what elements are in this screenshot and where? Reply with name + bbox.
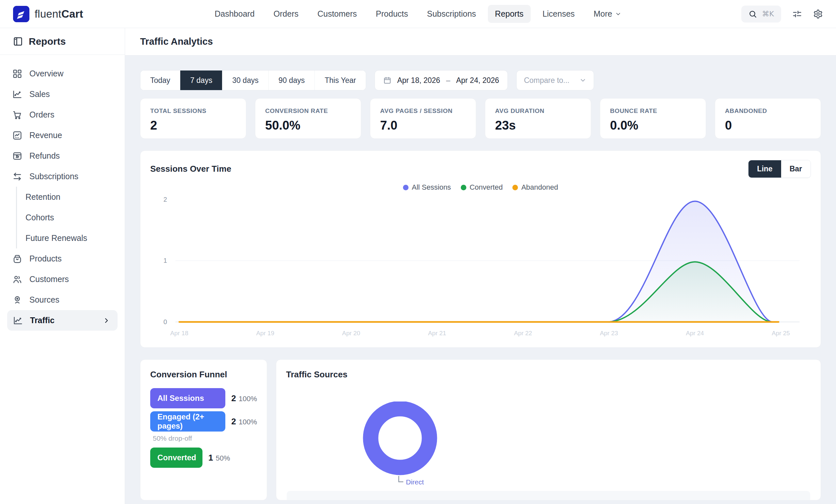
- stat-value: 2: [150, 118, 236, 133]
- stat-card-avg-pages: AVG PAGES / SESSION 7.0: [370, 98, 476, 139]
- sidebar-item-cohorts[interactable]: Cohorts: [17, 207, 125, 228]
- fluentcart-logo-icon: [13, 6, 30, 22]
- range-90days-button[interactable]: 90 days: [269, 71, 315, 90]
- chart-view-toggle: Line Bar: [748, 160, 811, 178]
- date-range-picker[interactable]: Apr 18, 2026 – Apr 24, 2026: [375, 70, 508, 91]
- traffic-sources-card: Traffic Sources Direct: [276, 360, 821, 500]
- nav-customers[interactable]: Customers: [310, 5, 364, 23]
- nav-subscriptions[interactable]: Subscriptions: [420, 5, 483, 23]
- range-today-button[interactable]: Today: [140, 71, 180, 90]
- stat-card-total-sessions: TOTAL SESSIONS 2: [140, 98, 246, 139]
- sidebar-item-label: Customers: [30, 274, 69, 284]
- filters-button[interactable]: [792, 9, 802, 19]
- sidebar-item-overview[interactable]: Overview: [0, 63, 125, 84]
- content-area: Today 7 days 30 days 90 days This Year A…: [125, 56, 836, 504]
- page-title: Traffic Analytics: [140, 36, 213, 47]
- funnel-bar: All Sessions: [150, 388, 225, 408]
- search-button[interactable]: ⌘K: [741, 5, 781, 22]
- stat-label: CONVERSION RATE: [265, 108, 351, 115]
- legend-dot: [512, 185, 518, 190]
- sidebar-item-future-renewals[interactable]: Future Renewals: [17, 228, 125, 248]
- svg-text:Apr 19: Apr 19: [256, 330, 274, 336]
- sidebar-item-revenue[interactable]: Revenue: [0, 125, 125, 146]
- legend-dot: [403, 185, 408, 190]
- svg-text:Apr 25: Apr 25: [772, 330, 790, 336]
- cart-icon: [13, 110, 22, 120]
- svg-text:0: 0: [163, 318, 167, 326]
- line-view-button[interactable]: Line: [748, 160, 781, 178]
- traffic-chart-icon: [13, 316, 23, 326]
- conversion-funnel-card: Conversion Funnel All Sessions 2100% Eng…: [140, 360, 267, 500]
- users-icon: [13, 274, 22, 284]
- nav-dashboard[interactable]: Dashboard: [207, 5, 262, 23]
- svg-text:1: 1: [163, 257, 167, 264]
- bottom-row: Conversion Funnel All Sessions 2100% Eng…: [140, 360, 821, 500]
- sessions-line-chart[interactable]: 2 1 0 Apr 18 Apr 19 Apr 20 Apr 21 Apr 22…: [150, 193, 811, 340]
- range-7days-button[interactable]: 7 days: [180, 71, 222, 90]
- sidebar-item-label: Sales: [30, 90, 50, 99]
- legend-abandoned[interactable]: Abandoned: [512, 183, 558, 192]
- repeat-icon: [13, 172, 22, 181]
- nav-products[interactable]: Products: [369, 5, 415, 23]
- stat-card-bounce-rate: BOUNCE RATE 0.0%: [600, 98, 706, 139]
- map-pin-icon: [13, 295, 22, 305]
- chart-line-icon: [13, 90, 22, 99]
- sidebar-item-refunds[interactable]: Refunds: [0, 146, 125, 166]
- sidebar-item-retention[interactable]: Retention: [17, 187, 125, 207]
- date-range-segmented: Today 7 days 30 days 90 days This Year: [140, 70, 366, 91]
- sidebar-item-customers[interactable]: Customers: [0, 269, 125, 290]
- date-start: Apr 18, 2026: [397, 76, 440, 85]
- stat-card-conversion-rate: CONVERSION RATE 50.0%: [255, 98, 361, 139]
- funnel-count: 1: [208, 453, 213, 463]
- sources-table-header-stub: [287, 491, 810, 500]
- legend-converted[interactable]: Converted: [461, 183, 503, 192]
- funnel-step-all-sessions[interactable]: All Sessions 2100%: [150, 388, 257, 408]
- legend-all-sessions[interactable]: All Sessions: [403, 183, 451, 192]
- refund-icon: [13, 151, 22, 161]
- sidebar-item-orders[interactable]: Orders: [0, 104, 125, 125]
- stat-label: AVG DURATION: [495, 108, 581, 115]
- funnel-title: Conversion Funnel: [150, 369, 227, 379]
- funnel-bar: Converted: [150, 447, 203, 468]
- stat-value: 50.0%: [265, 118, 351, 133]
- stat-label: AVG PAGES / SESSION: [380, 108, 466, 115]
- stat-value: 0.0%: [610, 118, 696, 133]
- sidebar-item-traffic[interactable]: Traffic: [7, 310, 117, 331]
- nav-reports[interactable]: Reports: [488, 5, 531, 23]
- compare-placeholder: Compare to...: [524, 76, 569, 85]
- sidebar-item-label: Subscriptions: [30, 172, 78, 181]
- traffic-sources-donut-chart[interactable]: Direct: [351, 402, 449, 487]
- funnel-step-converted[interactable]: Converted 150%: [150, 447, 257, 468]
- sidebar-header: Reports: [0, 28, 125, 55]
- nav-licenses[interactable]: Licenses: [535, 5, 582, 23]
- nav-more[interactable]: More: [587, 5, 629, 23]
- sessions-chart-title: Sessions Over Time: [150, 164, 231, 174]
- settings-button[interactable]: [813, 9, 823, 19]
- sidebar-item-label: Products: [30, 254, 62, 264]
- bar-view-button[interactable]: Bar: [781, 160, 811, 178]
- sidebar-item-sources[interactable]: Sources: [0, 290, 125, 310]
- calendar-icon: [383, 76, 391, 84]
- funnel-step-engaged[interactable]: Engaged (2+ pages) 2100%: [150, 411, 257, 431]
- svg-text:Apr 20: Apr 20: [342, 330, 360, 336]
- svg-text:Apr 23: Apr 23: [600, 330, 618, 336]
- range-30days-button[interactable]: 30 days: [222, 71, 269, 90]
- sidebar-item-label: Refunds: [30, 151, 60, 161]
- stat-card-avg-duration: AVG DURATION 23s: [485, 98, 591, 139]
- sidebar-item-sales[interactable]: Sales: [0, 84, 125, 104]
- svg-text:Apr 24: Apr 24: [686, 330, 704, 336]
- sidebar-menu: Overview Sales Orders Revenue Refunds Su…: [0, 55, 125, 331]
- sidebar-item-products[interactable]: Products: [0, 248, 125, 269]
- stat-value: 7.0: [380, 118, 466, 133]
- compare-to-select[interactable]: Compare to...: [516, 70, 594, 91]
- main-area: Traffic Analytics Today 7 days 30 days 9…: [125, 28, 836, 504]
- brand[interactable]: fluentCart: [13, 6, 131, 22]
- nav-orders[interactable]: Orders: [266, 5, 306, 23]
- subscriptions-subgroup: Retention Cohorts Future Renewals: [16, 187, 125, 248]
- sidebar-item-subscriptions[interactable]: Subscriptions: [0, 166, 125, 187]
- stat-value: 23s: [495, 118, 581, 133]
- chart-square-icon: [13, 131, 22, 140]
- navbar-actions: ⌘K: [705, 5, 823, 22]
- range-thisyear-button[interactable]: This Year: [315, 71, 366, 90]
- bag-icon: [13, 254, 22, 264]
